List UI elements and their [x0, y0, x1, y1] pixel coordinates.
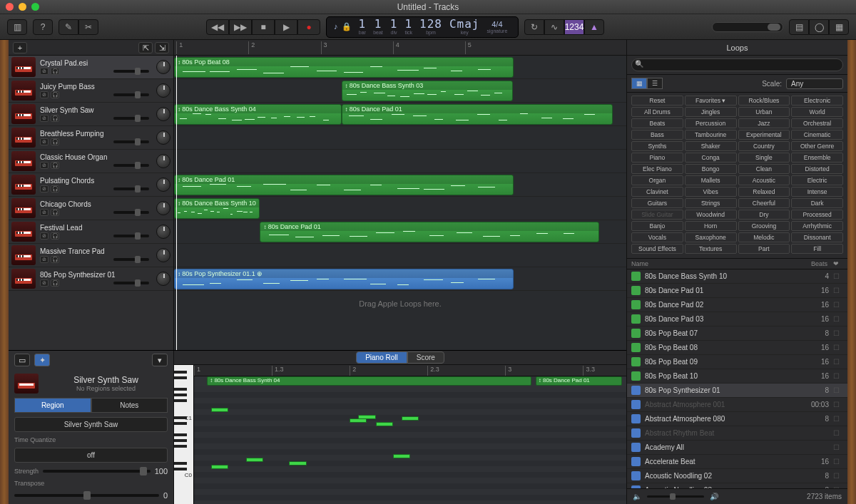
- strength-slider[interactable]: [43, 470, 151, 473]
- loop-favorite-checkbox[interactable]: ☐: [833, 458, 843, 466]
- timeline-ruler[interactable]: 12345: [174, 40, 626, 56]
- editor-menu-button[interactable]: ▾: [152, 354, 168, 366]
- editor-view-tab[interactable]: Piano Roll: [356, 351, 407, 364]
- loop-favorite-checkbox[interactable]: ☐: [833, 401, 843, 408]
- editor-view-tab[interactable]: Score: [407, 351, 444, 364]
- loop-filter-button[interactable]: Mallets: [685, 175, 737, 185]
- play-button[interactable]: ▶: [275, 19, 297, 35]
- loops-search-input[interactable]: [631, 58, 843, 71]
- pan-knob[interactable]: [156, 130, 170, 145]
- track-volume-slider[interactable]: [113, 211, 149, 214]
- add-track-button[interactable]: +: [13, 42, 27, 53]
- loop-col-name[interactable]: Name: [631, 260, 798, 267]
- track-volume-slider[interactable]: [113, 70, 149, 73]
- scissors-button[interactable]: ✂: [78, 19, 98, 35]
- loop-browser-button[interactable]: ◯: [809, 19, 829, 35]
- loop-filter-button[interactable]: Beats: [631, 118, 683, 128]
- pan-knob[interactable]: [156, 107, 170, 121]
- loop-filter-button[interactable]: Textures: [685, 244, 737, 254]
- loop-favorite-checkbox[interactable]: ☐: [833, 443, 843, 451]
- loop-filter-button[interactable]: Relaxed: [738, 187, 790, 197]
- tuner-button[interactable]: ∿: [544, 19, 564, 35]
- library-button[interactable]: ▥: [7, 19, 27, 35]
- region[interactable]: 80s Pop Synthesizer 01.1 ⊕: [174, 269, 514, 289]
- notepad-button[interactable]: ▤: [789, 19, 809, 35]
- track-header[interactable]: Classic House Organ ⊘🎧: [9, 150, 173, 173]
- mute-button[interactable]: ⊘: [40, 91, 49, 98]
- midi-note[interactable]: [358, 415, 375, 419]
- track-volume-slider[interactable]: [113, 187, 149, 190]
- track-volume-slider[interactable]: [113, 117, 149, 120]
- loop-filter-button[interactable]: Electric: [791, 175, 843, 185]
- loop-favorite-checkbox[interactable]: ☐: [833, 287, 843, 294]
- loop-filter-button[interactable]: Dissonant: [791, 232, 843, 242]
- track-volume-slider[interactable]: [113, 235, 149, 237]
- loop-filter-button[interactable]: Single: [738, 153, 790, 163]
- track-volume-slider[interactable]: [113, 282, 149, 284]
- loop-filter-button[interactable]: Electronic: [791, 96, 843, 106]
- track-header[interactable]: 80s Pop Synthesizer 01 ⊘🎧: [9, 267, 173, 291]
- region[interactable]: 80s Dance Pad 01: [342, 104, 613, 125]
- loop-item[interactable]: Accelerate Beat 16 ☐: [627, 455, 847, 469]
- scale-selector[interactable]: Any: [786, 78, 843, 89]
- region[interactable]: 80s Dance Bass Synth 04: [174, 104, 342, 125]
- loop-filter-button[interactable]: All Drums: [631, 107, 683, 117]
- piano-keyboard[interactable]: C1 C0: [174, 365, 194, 504]
- loop-filter-button[interactable]: Part: [738, 244, 790, 254]
- loop-filter-button[interactable]: Jingles: [685, 107, 737, 117]
- pan-knob[interactable]: [156, 272, 170, 286]
- loop-filter-button[interactable]: Favorites ▾: [685, 96, 737, 106]
- loops-column-view-button[interactable]: ☰: [647, 78, 663, 89]
- loop-filter-button[interactable]: Rock/Blues: [738, 96, 790, 106]
- loop-filter-button[interactable]: Clean: [738, 164, 790, 174]
- loop-filter-button[interactable]: Dry: [738, 210, 790, 220]
- loop-filter-button[interactable]: Melodic: [738, 232, 790, 242]
- loop-item[interactable]: Academy All ☐: [627, 441, 847, 455]
- loop-filter-button[interactable]: Fill: [791, 244, 843, 254]
- pan-knob[interactable]: [156, 178, 170, 192]
- loop-filter-button[interactable]: Urban: [738, 107, 790, 117]
- midi-note[interactable]: [246, 458, 263, 462]
- record-button[interactable]: ●: [297, 19, 320, 35]
- track-header[interactable]: Chicago Chords ⊘🎧: [9, 197, 173, 220]
- loop-item[interactable]: 80s Pop Synthesizer 01 8 ☐: [627, 384, 847, 398]
- editor-region-header[interactable]: ↕ 80s Dance Bass Synth 04: [207, 376, 531, 386]
- loop-item[interactable]: 80s Pop Beat 07 8 ☐: [627, 326, 847, 341]
- loop-filter-button[interactable]: Bongo: [685, 164, 737, 174]
- track-volume-slider[interactable]: [113, 140, 149, 143]
- loop-filter-button[interactable]: Acoustic: [738, 175, 790, 185]
- track-header[interactable]: Silver Synth Saw ⊘🎧: [9, 103, 173, 126]
- loop-item[interactable]: Abstract Atmosphere 080 8 ☐: [627, 412, 847, 426]
- region[interactable]: 80s Dance Bass Synth 03: [342, 81, 514, 101]
- cycle-button[interactable]: ↻: [524, 19, 544, 35]
- solo-button[interactable]: 🎧: [51, 115, 59, 122]
- track-header[interactable]: Pulsating Chords ⊘🎧: [9, 173, 173, 197]
- loop-filter-button[interactable]: Slide Guitar: [631, 210, 683, 220]
- loop-filter-button[interactable]: Sound Effects: [631, 244, 683, 254]
- loop-filter-button[interactable]: Distorted: [791, 164, 843, 174]
- loop-filter-button[interactable]: Conga: [685, 153, 737, 163]
- mute-button[interactable]: ⊘: [40, 232, 49, 240]
- track-volume-slider[interactable]: [113, 258, 149, 261]
- loop-favorite-checkbox[interactable]: ☐: [833, 386, 843, 394]
- loop-item[interactable]: 80s Dance Pad 01 16 ☐: [627, 284, 847, 298]
- mute-button[interactable]: ⊘: [40, 138, 49, 145]
- loop-favorite-checkbox[interactable]: ☐: [833, 415, 843, 423]
- solo-button[interactable]: 🎧: [51, 185, 59, 192]
- loop-favorite-checkbox[interactable]: ☐: [833, 372, 843, 380]
- loop-favorite-checkbox[interactable]: ☐: [833, 358, 843, 366]
- midi-note[interactable]: [393, 454, 410, 458]
- track-header[interactable]: Juicy Pump Bass ⊘🎧: [9, 79, 173, 103]
- pan-knob[interactable]: [156, 248, 170, 262]
- loop-filter-button[interactable]: Intense: [791, 187, 843, 197]
- loop-filter-button[interactable]: Orchestral: [791, 118, 843, 128]
- solo-button[interactable]: 🎧: [51, 138, 59, 145]
- loop-item[interactable]: Acoustic Noodling 03 8 ☐: [627, 483, 847, 488]
- loop-filter-button[interactable]: Tambourine: [685, 130, 737, 140]
- solo-button[interactable]: 🎧: [51, 232, 59, 240]
- mute-button[interactable]: ⊘: [40, 256, 49, 263]
- preview-volume-slider[interactable]: [647, 495, 704, 498]
- quick-help-button[interactable]: ✎: [58, 19, 78, 35]
- loop-favorite-checkbox[interactable]: ☐: [833, 472, 843, 480]
- track-header[interactable]: Breathless Pumping ⊘🎧: [9, 126, 173, 150]
